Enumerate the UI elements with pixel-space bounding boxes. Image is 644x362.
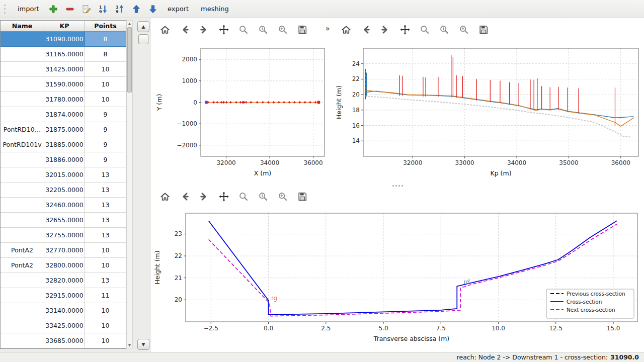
points-cell[interactable]: 13 xyxy=(85,228,126,243)
name-cell[interactable]: PontA2 xyxy=(1,243,44,258)
points-cell[interactable]: 11 xyxy=(85,288,126,303)
kp-cell[interactable]: 31590.0000 xyxy=(44,77,85,92)
table-row[interactable]: 32820.000013 xyxy=(1,273,126,288)
name-cell[interactable]: PontRD101v xyxy=(1,137,44,152)
name-cell[interactable] xyxy=(1,288,44,303)
save-button[interactable] xyxy=(477,24,490,36)
points-cell[interactable]: 8 xyxy=(85,32,126,47)
table-row[interactable]: 33685.000010 xyxy=(1,333,126,348)
forward-button[interactable] xyxy=(379,24,391,36)
home-button[interactable] xyxy=(159,24,171,36)
points-cell[interactable]: 13 xyxy=(85,273,126,288)
name-cell[interactable] xyxy=(1,228,44,243)
home-button[interactable] xyxy=(340,24,352,36)
table-row[interactable]: PontA232800.000010 xyxy=(1,258,126,273)
table-scrollbar-thumb[interactable] xyxy=(127,27,132,93)
home-button[interactable] xyxy=(159,191,171,203)
zoom-button[interactable] xyxy=(419,24,431,36)
kp-cell[interactable]: 31425.0000 xyxy=(44,62,85,77)
back-button[interactable] xyxy=(360,24,372,36)
cross-section-table[interactable]: NameKPPoints31090.0000831165.0000831425.… xyxy=(0,20,126,349)
name-cell[interactable] xyxy=(1,32,44,47)
scroll-up-icon[interactable]: ▲ xyxy=(127,21,132,26)
meshing-button[interactable]: meshing xyxy=(196,3,233,15)
points-cell[interactable]: 10 xyxy=(85,243,126,258)
kp-cell[interactable]: 33140.0000 xyxy=(44,303,85,318)
customize-button[interactable] xyxy=(277,24,289,36)
name-cell[interactable]: PontA2 xyxy=(1,258,44,273)
kp-cell[interactable]: 32770.0000 xyxy=(44,243,85,258)
name-cell[interactable] xyxy=(1,318,44,333)
points-cell[interactable]: 10 xyxy=(85,258,126,273)
pan-button[interactable] xyxy=(399,24,411,36)
back-button[interactable] xyxy=(179,24,191,36)
name-cell[interactable] xyxy=(1,183,44,198)
points-cell[interactable]: 8 xyxy=(85,47,126,62)
kp-cell[interactable]: 32800.0000 xyxy=(44,258,85,273)
points-cell[interactable]: 10 xyxy=(85,318,126,333)
column-header-name[interactable]: Name xyxy=(1,21,44,31)
points-cell[interactable]: 10 xyxy=(85,92,126,107)
subplots-button[interactable] xyxy=(257,24,269,36)
name-cell[interactable] xyxy=(1,47,44,62)
panel-scrollbar-thumb[interactable] xyxy=(138,34,148,44)
table-row[interactable]: 31090.00008 xyxy=(1,32,126,47)
kp-cell[interactable]: 32460.0000 xyxy=(44,198,85,213)
sort-descending-button[interactable]: 19 xyxy=(113,2,127,16)
kp-cell[interactable]: 32755.0000 xyxy=(44,228,85,243)
table-scrollbar[interactable]: ▲ ▼ xyxy=(126,20,133,348)
add-cross-section-button[interactable] xyxy=(47,2,60,16)
name-cell[interactable] xyxy=(1,152,44,167)
table-row[interactable]: 32755.000013 xyxy=(1,228,126,243)
scroll-down-icon[interactable]: ▼ xyxy=(127,342,132,348)
table-row[interactable]: 31874.00009 xyxy=(1,107,126,122)
table-row[interactable]: 32205.000013 xyxy=(1,183,126,198)
move-down-button[interactable] xyxy=(146,2,160,16)
subplots-button[interactable] xyxy=(438,24,450,36)
kp-cell[interactable]: 31090.0000 xyxy=(44,32,85,47)
subplots-button[interactable] xyxy=(257,191,269,203)
table-row[interactable]: PontRD10…31875.00009 xyxy=(1,122,126,137)
kp-cell[interactable]: 31874.0000 xyxy=(44,107,85,122)
table-row[interactable]: 32015.000013 xyxy=(1,167,126,183)
customize-button[interactable] xyxy=(458,24,470,36)
table-row[interactable]: 32915.000011 xyxy=(1,288,126,303)
pan-button[interactable] xyxy=(218,191,230,203)
points-cell[interactable]: 9 xyxy=(85,152,126,167)
table-row[interactable]: 33425.000010 xyxy=(1,318,126,333)
forward-button[interactable] xyxy=(198,24,210,36)
name-cell[interactable] xyxy=(1,273,44,288)
table-row[interactable]: PontRD101v31885.00009 xyxy=(1,137,126,152)
toolbar-overflow-button[interactable]: » xyxy=(324,24,331,33)
name-cell[interactable] xyxy=(1,62,44,77)
name-cell[interactable] xyxy=(1,167,44,183)
edit-cross-section-button[interactable] xyxy=(80,2,94,16)
save-button[interactable] xyxy=(296,24,308,36)
name-cell[interactable] xyxy=(1,303,44,318)
name-cell[interactable] xyxy=(1,333,44,348)
table-row[interactable]: 31425.000010 xyxy=(1,62,126,77)
save-button[interactable] xyxy=(296,191,308,203)
horizontal-splitter[interactable] xyxy=(151,184,644,188)
import-button[interactable]: import xyxy=(13,3,44,15)
points-cell[interactable]: 10 xyxy=(85,62,126,77)
column-header-points[interactable]: Points xyxy=(85,21,126,31)
name-cell[interactable] xyxy=(1,198,44,213)
pan-button[interactable] xyxy=(218,24,230,36)
points-cell[interactable]: 13 xyxy=(85,213,126,228)
table-row[interactable]: 31165.00008 xyxy=(1,47,126,62)
table-row[interactable]: 31886.00009 xyxy=(1,152,126,167)
kp-cell[interactable]: 31885.0000 xyxy=(44,137,85,152)
points-cell[interactable]: 10 xyxy=(85,77,126,92)
kp-cell[interactable]: 33425.0000 xyxy=(44,318,85,333)
table-row[interactable]: 33140.000010 xyxy=(1,303,126,318)
toolbar-drag-handle[interactable] xyxy=(4,4,8,15)
points-cell[interactable]: 13 xyxy=(85,183,126,198)
table-row[interactable]: 31780.000010 xyxy=(1,92,126,107)
name-cell[interactable] xyxy=(1,92,44,107)
points-cell[interactable]: 9 xyxy=(85,107,126,122)
name-cell[interactable] xyxy=(1,213,44,228)
back-button[interactable] xyxy=(179,191,191,203)
kp-cell[interactable]: 32655.0000 xyxy=(44,213,85,228)
column-header-kp[interactable]: KP xyxy=(44,21,85,31)
